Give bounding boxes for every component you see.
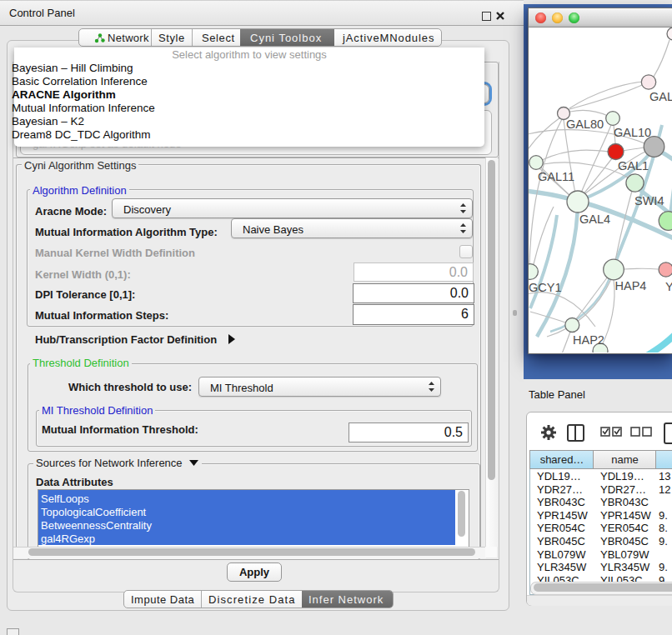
svg-text:GCY1: GCY1	[529, 281, 562, 294]
svg-text:GAL11: GAL11	[538, 170, 574, 183]
svg-text:GAL10: GAL10	[614, 126, 651, 139]
svg-text:GAL: GAL	[649, 90, 672, 103]
svg-text:GAL80: GAL80	[566, 118, 604, 131]
svg-text:SWI4: SWI4	[634, 194, 664, 208]
svg-text:Y: Y	[665, 280, 672, 293]
svg-text:HAP4: HAP4	[615, 279, 647, 292]
svg-text:GAL4: GAL4	[579, 212, 610, 226]
svg-text:GAL1: GAL1	[618, 159, 649, 172]
svg-text:HAP2: HAP2	[573, 333, 604, 347]
